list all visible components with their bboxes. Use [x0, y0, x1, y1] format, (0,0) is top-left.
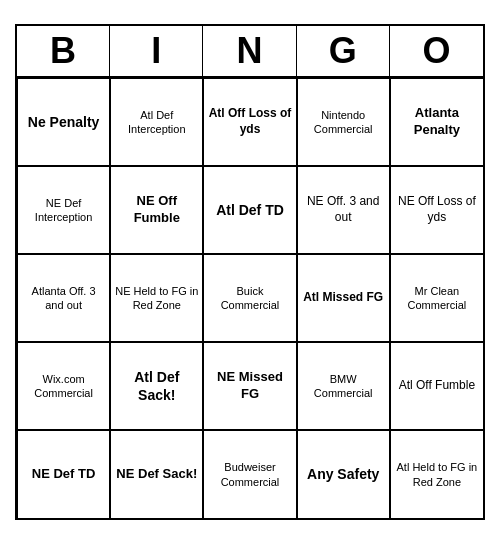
- bingo-cell-text-17: NE Missed FG: [207, 369, 292, 403]
- bingo-cell-text-6: NE Off Fumble: [114, 193, 199, 227]
- bingo-cell-text-7: Atl Def TD: [216, 201, 284, 219]
- bingo-letter-i: I: [110, 26, 203, 76]
- bingo-letter-o: O: [390, 26, 483, 76]
- bingo-cell-7: Atl Def TD: [203, 166, 296, 254]
- bingo-cell-10: Atlanta Off. 3 and out: [17, 254, 110, 342]
- bingo-cell-text-15: Wix.com Commercial: [21, 372, 106, 401]
- bingo-cell-0: Ne Penalty: [17, 78, 110, 166]
- bingo-cell-17: NE Missed FG: [203, 342, 296, 430]
- bingo-cell-text-19: Atl Off Fumble: [399, 378, 475, 394]
- bingo-cell-text-12: Buick Commercial: [207, 284, 292, 313]
- bingo-letter-b: B: [17, 26, 110, 76]
- bingo-cell-6: NE Off Fumble: [110, 166, 203, 254]
- bingo-cell-9: NE Off Loss of yds: [390, 166, 483, 254]
- bingo-cell-23: Any Safety: [297, 430, 390, 518]
- bingo-cell-19: Atl Off Fumble: [390, 342, 483, 430]
- bingo-cell-text-20: NE Def TD: [32, 466, 96, 483]
- bingo-card: BINGO Ne PenaltyAtl Def InterceptionAtl …: [15, 24, 485, 520]
- bingo-cell-text-2: Atl Off Loss of yds: [207, 106, 292, 137]
- bingo-cell-text-1: Atl Def Interception: [114, 108, 199, 137]
- bingo-cell-4: Atlanta Penalty: [390, 78, 483, 166]
- bingo-cell-5: NE Def Interception: [17, 166, 110, 254]
- bingo-cell-text-0: Ne Penalty: [28, 113, 100, 131]
- bingo-cell-21: NE Def Sack!: [110, 430, 203, 518]
- bingo-cell-12: Buick Commercial: [203, 254, 296, 342]
- bingo-cell-3: Nintendo Commercial: [297, 78, 390, 166]
- bingo-cell-text-22: Budweiser Commercial: [207, 460, 292, 489]
- bingo-cell-text-21: NE Def Sack!: [116, 466, 197, 483]
- bingo-cell-text-11: NE Held to FG in Red Zone: [114, 284, 199, 313]
- bingo-cell-18: BMW Commercial: [297, 342, 390, 430]
- bingo-cell-text-4: Atlanta Penalty: [394, 105, 480, 139]
- bingo-cell-text-14: Mr Clean Commercial: [394, 284, 480, 313]
- bingo-cell-15: Wix.com Commercial: [17, 342, 110, 430]
- bingo-cell-11: NE Held to FG in Red Zone: [110, 254, 203, 342]
- bingo-cell-text-5: NE Def Interception: [21, 196, 106, 225]
- bingo-cell-8: NE Off. 3 and out: [297, 166, 390, 254]
- bingo-cell-text-18: BMW Commercial: [301, 372, 386, 401]
- bingo-cell-text-10: Atlanta Off. 3 and out: [21, 284, 106, 313]
- bingo-letter-n: N: [203, 26, 296, 76]
- bingo-cell-text-16: Atl Def Sack!: [114, 368, 199, 404]
- bingo-cell-13: Atl Missed FG: [297, 254, 390, 342]
- bingo-cell-text-8: NE Off. 3 and out: [301, 194, 386, 225]
- bingo-cell-14: Mr Clean Commercial: [390, 254, 483, 342]
- bingo-letter-g: G: [297, 26, 390, 76]
- bingo-cell-20: NE Def TD: [17, 430, 110, 518]
- bingo-cell-text-23: Any Safety: [307, 465, 379, 483]
- bingo-cell-1: Atl Def Interception: [110, 78, 203, 166]
- bingo-cell-16: Atl Def Sack!: [110, 342, 203, 430]
- bingo-cell-22: Budweiser Commercial: [203, 430, 296, 518]
- bingo-cell-24: Atl Held to FG in Red Zone: [390, 430, 483, 518]
- bingo-header: BINGO: [17, 26, 483, 78]
- bingo-cell-text-3: Nintendo Commercial: [301, 108, 386, 137]
- bingo-cell-text-13: Atl Missed FG: [303, 290, 383, 306]
- bingo-cell-text-24: Atl Held to FG in Red Zone: [394, 460, 480, 489]
- bingo-cell-text-9: NE Off Loss of yds: [394, 194, 480, 225]
- bingo-grid: Ne PenaltyAtl Def InterceptionAtl Off Lo…: [17, 78, 483, 518]
- bingo-cell-2: Atl Off Loss of yds: [203, 78, 296, 166]
